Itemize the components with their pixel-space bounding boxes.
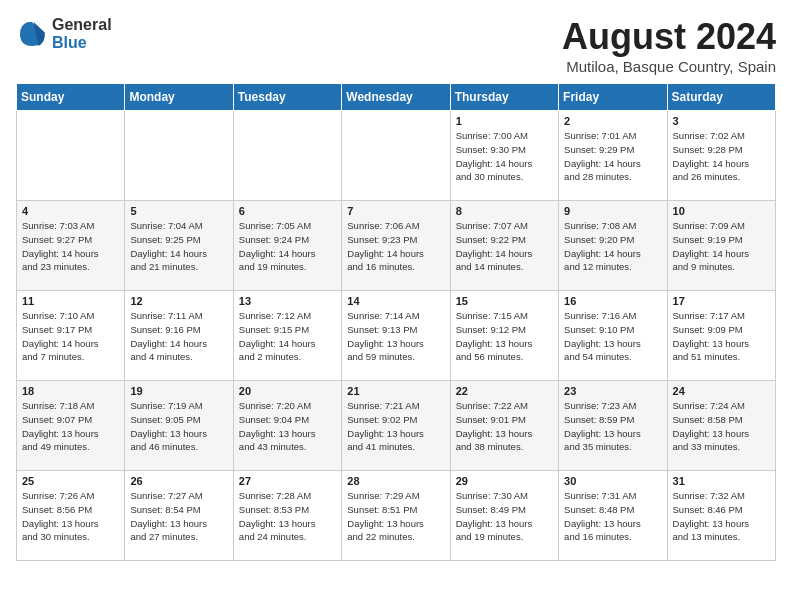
day-detail: Sunrise: 7:31 AM Sunset: 8:48 PM Dayligh… — [564, 489, 661, 544]
title-block: August 2024 Mutiloa, Basque Country, Spa… — [562, 16, 776, 75]
day-detail: Sunrise: 7:00 AM Sunset: 9:30 PM Dayligh… — [456, 129, 553, 184]
day-detail: Sunrise: 7:16 AM Sunset: 9:10 PM Dayligh… — [564, 309, 661, 364]
day-number: 18 — [22, 385, 119, 397]
header-tuesday: Tuesday — [233, 84, 341, 111]
logo: General Blue — [16, 16, 112, 52]
calendar-cell: 7Sunrise: 7:06 AM Sunset: 9:23 PM Daylig… — [342, 201, 450, 291]
day-detail: Sunrise: 7:12 AM Sunset: 9:15 PM Dayligh… — [239, 309, 336, 364]
day-number: 28 — [347, 475, 444, 487]
day-detail: Sunrise: 7:28 AM Sunset: 8:53 PM Dayligh… — [239, 489, 336, 544]
calendar-cell — [17, 111, 125, 201]
calendar-cell: 28Sunrise: 7:29 AM Sunset: 8:51 PM Dayli… — [342, 471, 450, 561]
day-number: 4 — [22, 205, 119, 217]
day-detail: Sunrise: 7:02 AM Sunset: 9:28 PM Dayligh… — [673, 129, 770, 184]
calendar-cell: 6Sunrise: 7:05 AM Sunset: 9:24 PM Daylig… — [233, 201, 341, 291]
calendar-cell: 29Sunrise: 7:30 AM Sunset: 8:49 PM Dayli… — [450, 471, 558, 561]
day-detail: Sunrise: 7:32 AM Sunset: 8:46 PM Dayligh… — [673, 489, 770, 544]
day-detail: Sunrise: 7:14 AM Sunset: 9:13 PM Dayligh… — [347, 309, 444, 364]
day-number: 17 — [673, 295, 770, 307]
day-detail: Sunrise: 7:23 AM Sunset: 8:59 PM Dayligh… — [564, 399, 661, 454]
day-number: 11 — [22, 295, 119, 307]
day-detail: Sunrise: 7:15 AM Sunset: 9:12 PM Dayligh… — [456, 309, 553, 364]
calendar-cell: 23Sunrise: 7:23 AM Sunset: 8:59 PM Dayli… — [559, 381, 667, 471]
calendar-cell: 31Sunrise: 7:32 AM Sunset: 8:46 PM Dayli… — [667, 471, 775, 561]
calendar-cell — [233, 111, 341, 201]
calendar-cell: 15Sunrise: 7:15 AM Sunset: 9:12 PM Dayli… — [450, 291, 558, 381]
day-detail: Sunrise: 7:11 AM Sunset: 9:16 PM Dayligh… — [130, 309, 227, 364]
day-number: 24 — [673, 385, 770, 397]
logo-blue-text: Blue — [52, 34, 112, 52]
day-detail: Sunrise: 7:17 AM Sunset: 9:09 PM Dayligh… — [673, 309, 770, 364]
day-detail: Sunrise: 7:09 AM Sunset: 9:19 PM Dayligh… — [673, 219, 770, 274]
calendar-cell: 1Sunrise: 7:00 AM Sunset: 9:30 PM Daylig… — [450, 111, 558, 201]
logo-icon — [16, 18, 48, 50]
day-detail: Sunrise: 7:05 AM Sunset: 9:24 PM Dayligh… — [239, 219, 336, 274]
header-sunday: Sunday — [17, 84, 125, 111]
day-number: 31 — [673, 475, 770, 487]
day-number: 5 — [130, 205, 227, 217]
day-number: 7 — [347, 205, 444, 217]
day-number: 1 — [456, 115, 553, 127]
calendar-cell: 4Sunrise: 7:03 AM Sunset: 9:27 PM Daylig… — [17, 201, 125, 291]
calendar-cell: 5Sunrise: 7:04 AM Sunset: 9:25 PM Daylig… — [125, 201, 233, 291]
header-friday: Friday — [559, 84, 667, 111]
day-detail: Sunrise: 7:30 AM Sunset: 8:49 PM Dayligh… — [456, 489, 553, 544]
calendar-cell: 21Sunrise: 7:21 AM Sunset: 9:02 PM Dayli… — [342, 381, 450, 471]
day-number: 10 — [673, 205, 770, 217]
day-number: 3 — [673, 115, 770, 127]
calendar-week-3: 11Sunrise: 7:10 AM Sunset: 9:17 PM Dayli… — [17, 291, 776, 381]
calendar-header: Sunday Monday Tuesday Wednesday Thursday… — [17, 84, 776, 111]
day-detail: Sunrise: 7:06 AM Sunset: 9:23 PM Dayligh… — [347, 219, 444, 274]
calendar-cell — [342, 111, 450, 201]
day-detail: Sunrise: 7:20 AM Sunset: 9:04 PM Dayligh… — [239, 399, 336, 454]
calendar-cell: 2Sunrise: 7:01 AM Sunset: 9:29 PM Daylig… — [559, 111, 667, 201]
calendar-cell: 9Sunrise: 7:08 AM Sunset: 9:20 PM Daylig… — [559, 201, 667, 291]
day-detail: Sunrise: 7:10 AM Sunset: 9:17 PM Dayligh… — [22, 309, 119, 364]
day-number: 2 — [564, 115, 661, 127]
calendar-cell: 18Sunrise: 7:18 AM Sunset: 9:07 PM Dayli… — [17, 381, 125, 471]
month-title: August 2024 — [562, 16, 776, 58]
day-detail: Sunrise: 7:01 AM Sunset: 9:29 PM Dayligh… — [564, 129, 661, 184]
calendar-cell: 30Sunrise: 7:31 AM Sunset: 8:48 PM Dayli… — [559, 471, 667, 561]
header-monday: Monday — [125, 84, 233, 111]
calendar-body: 1Sunrise: 7:00 AM Sunset: 9:30 PM Daylig… — [17, 111, 776, 561]
header-saturday: Saturday — [667, 84, 775, 111]
location-subtitle: Mutiloa, Basque Country, Spain — [562, 58, 776, 75]
header-row: Sunday Monday Tuesday Wednesday Thursday… — [17, 84, 776, 111]
day-number: 15 — [456, 295, 553, 307]
day-detail: Sunrise: 7:07 AM Sunset: 9:22 PM Dayligh… — [456, 219, 553, 274]
calendar-week-4: 18Sunrise: 7:18 AM Sunset: 9:07 PM Dayli… — [17, 381, 776, 471]
day-number: 23 — [564, 385, 661, 397]
calendar-cell: 19Sunrise: 7:19 AM Sunset: 9:05 PM Dayli… — [125, 381, 233, 471]
calendar-cell: 12Sunrise: 7:11 AM Sunset: 9:16 PM Dayli… — [125, 291, 233, 381]
day-number: 20 — [239, 385, 336, 397]
calendar-cell: 22Sunrise: 7:22 AM Sunset: 9:01 PM Dayli… — [450, 381, 558, 471]
day-detail: Sunrise: 7:08 AM Sunset: 9:20 PM Dayligh… — [564, 219, 661, 274]
day-detail: Sunrise: 7:29 AM Sunset: 8:51 PM Dayligh… — [347, 489, 444, 544]
day-detail: Sunrise: 7:03 AM Sunset: 9:27 PM Dayligh… — [22, 219, 119, 274]
calendar-cell: 26Sunrise: 7:27 AM Sunset: 8:54 PM Dayli… — [125, 471, 233, 561]
calendar-cell: 10Sunrise: 7:09 AM Sunset: 9:19 PM Dayli… — [667, 201, 775, 291]
day-detail: Sunrise: 7:24 AM Sunset: 8:58 PM Dayligh… — [673, 399, 770, 454]
calendar-week-5: 25Sunrise: 7:26 AM Sunset: 8:56 PM Dayli… — [17, 471, 776, 561]
logo-text: General Blue — [52, 16, 112, 52]
day-detail: Sunrise: 7:27 AM Sunset: 8:54 PM Dayligh… — [130, 489, 227, 544]
day-number: 22 — [456, 385, 553, 397]
calendar-cell: 11Sunrise: 7:10 AM Sunset: 9:17 PM Dayli… — [17, 291, 125, 381]
calendar-week-2: 4Sunrise: 7:03 AM Sunset: 9:27 PM Daylig… — [17, 201, 776, 291]
day-number: 12 — [130, 295, 227, 307]
day-detail: Sunrise: 7:22 AM Sunset: 9:01 PM Dayligh… — [456, 399, 553, 454]
day-number: 9 — [564, 205, 661, 217]
day-detail: Sunrise: 7:18 AM Sunset: 9:07 PM Dayligh… — [22, 399, 119, 454]
calendar-cell: 14Sunrise: 7:14 AM Sunset: 9:13 PM Dayli… — [342, 291, 450, 381]
calendar-cell: 3Sunrise: 7:02 AM Sunset: 9:28 PM Daylig… — [667, 111, 775, 201]
day-number: 13 — [239, 295, 336, 307]
calendar-cell: 17Sunrise: 7:17 AM Sunset: 9:09 PM Dayli… — [667, 291, 775, 381]
day-number: 21 — [347, 385, 444, 397]
day-number: 14 — [347, 295, 444, 307]
day-number: 16 — [564, 295, 661, 307]
calendar-week-1: 1Sunrise: 7:00 AM Sunset: 9:30 PM Daylig… — [17, 111, 776, 201]
calendar-cell — [125, 111, 233, 201]
day-number: 26 — [130, 475, 227, 487]
calendar-cell: 25Sunrise: 7:26 AM Sunset: 8:56 PM Dayli… — [17, 471, 125, 561]
